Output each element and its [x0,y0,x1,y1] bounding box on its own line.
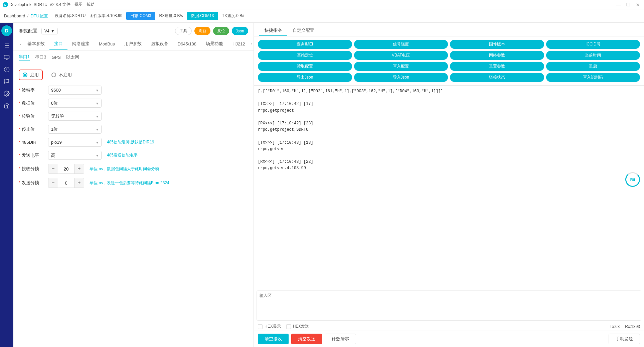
dir485-hint: 485使能引脚,默认是DIR19 [107,139,154,145]
stopbits-select[interactable]: 1位 2位 [48,125,102,134]
send-split-plus[interactable]: + [74,178,84,188]
dir485-select-wrapper[interactable]: pio19 ▼ [48,138,102,147]
cmd-network[interactable]: 网络参数 [450,51,544,60]
subtab-gps[interactable]: GPS [51,54,60,61]
parity-label: * 校验位 [19,113,45,119]
cmd-time[interactable]: 当前时间 [546,51,640,60]
databits-select-wrapper[interactable]: 8位 7位 ▼ [48,99,102,108]
nav-prev-arrow[interactable]: ‹ [19,42,23,46]
cmd-read-config[interactable]: 读取配置 [258,62,352,71]
recv-split-minus[interactable]: − [48,164,58,174]
breadcrumb-current[interactable]: DTU配置 [30,13,48,19]
cmd-vbat[interactable]: VBAT电压 [354,51,448,60]
tab-basic[interactable]: 基本参数 [23,38,49,50]
databits-select[interactable]: 8位 7位 [48,99,102,108]
cmd-import-json[interactable]: 导入Json [354,73,448,82]
sidebar-monitor-icon[interactable] [1,52,12,63]
sidebar-gear-icon[interactable] [1,88,12,99]
send-split-input[interactable] [58,178,74,188]
data-btn[interactable]: 数据:COM13 [187,12,218,20]
breadcrumb-root[interactable]: Dashboard [4,13,25,18]
recv-split-unit: 单位ms，数据包间隔大于此时间会分帧 [90,166,159,172]
maximize-btn[interactable]: ❐ [625,2,632,7]
cmd-link-status[interactable]: 链接状态 [450,73,544,82]
tab-interface[interactable]: 接口 [49,38,67,50]
enable-option-disabled[interactable]: 不启用 [48,70,75,80]
baudrate-select-wrapper[interactable]: 9600 115200 4800 ▼ [48,86,102,95]
tab-modbus[interactable]: ModBus [94,39,120,50]
cmd-firmware[interactable]: 固件版本 [450,40,544,49]
subtab-ethernet[interactable]: 以太网 [66,53,79,61]
nav-next-arrow[interactable]: › [250,42,254,46]
tab-d645[interactable]: D645/188 [173,39,201,50]
send-split-minus[interactable]: − [48,178,58,188]
sidebar-info-icon[interactable] [1,64,12,75]
hex-send-checkbox[interactable] [286,324,291,329]
parity-select[interactable]: 无校验 奇校验 偶校验 [48,112,102,121]
menu-view[interactable]: 视图 [74,2,83,7]
send-split-stepper[interactable]: − + [48,178,84,188]
parity-select-wrapper[interactable]: 无校验 奇校验 偶校验 ▼ [48,112,102,121]
input-area[interactable] [257,291,641,321]
cmd-export-json[interactable]: 导出Json [258,73,352,82]
enable-option-enabled[interactable]: 启用 [19,70,43,80]
recv-split-input[interactable] [58,164,74,174]
radio-enabled[interactable] [23,73,27,77]
cmd-iccid[interactable]: ICCID号 [546,40,640,49]
dir485-row: * 485DIR pio19 ▼ 485使能引脚,默认是DIR19 [19,138,248,147]
tab-custom[interactable]: 自定义配置 [287,25,320,36]
sidebar-menu-icon[interactable]: ☰ [1,40,12,51]
recv-split-stepper[interactable]: − + [48,164,84,174]
cmd-query-imei[interactable]: 查询IMEI [258,40,352,49]
sidebar-home-icon[interactable] [1,100,12,111]
reset-btn[interactable]: 复位 [213,27,229,35]
tab-user[interactable]: 用户参数 [120,38,146,50]
tx-stat: TX速度:0 B/s [222,13,246,19]
json-btn[interactable]: Json [232,27,248,35]
tab-quick[interactable]: 快捷指令 [259,25,287,36]
subtab-serial1[interactable]: 串口1 [19,53,30,61]
send-level-select[interactable]: 高 低 [48,151,102,160]
hex-display-check[interactable]: HEX显示 [258,324,281,329]
recv-split-label: * 接收分帧 [19,166,45,172]
tab-scene[interactable]: 场景功能 [201,38,228,50]
cmd-write-id[interactable]: 写入识别码 [546,73,640,82]
radio-disabled[interactable] [51,73,56,77]
close-btn[interactable]: ✕ [635,2,641,7]
baudrate-select[interactable]: 9600 115200 4800 [48,86,102,95]
cmd-reset-params[interactable]: 重置参数 [450,62,544,71]
cmd-cell-loc[interactable]: 基站定位 [258,51,352,60]
tab-hj212[interactable]: HJ212 [228,39,250,50]
refresh-btn[interactable]: 刷新 [194,27,210,35]
cmd-reboot[interactable]: 重启 [546,62,640,71]
tab-virtual[interactable]: 虚拟设备 [146,38,173,50]
menu-file[interactable]: 文件 [62,2,70,7]
tool-btn[interactable]: 工具 [175,27,192,35]
cmd-write-config[interactable]: 写入配置 [354,62,448,71]
sidebar: D ☰ [0,23,13,347]
hex-send-check[interactable]: HEX发送 [286,324,309,329]
clear-recv-btn[interactable]: 清空接收 [258,334,289,344]
sidebar-logo: D [1,25,12,36]
clear-send-btn[interactable]: 清空发送 [291,334,322,344]
rit-icon[interactable]: Rit [625,172,640,187]
terminal[interactable]: [,[["D01",160,"H",1],["D02",161,"H",1],[… [254,86,644,289]
dir485-select[interactable]: pio19 [48,138,102,147]
form-content: 启用 不启用 * 波特率 9600 115200 [13,64,254,347]
sidebar-flag-icon[interactable] [1,76,12,87]
menu-help[interactable]: 帮助 [87,2,95,7]
manual-send-btn[interactable]: 手动发送 [609,334,640,344]
terminal-content: [,[["D01",160,"H",1],["D02",161,"H",1],[… [258,88,640,171]
tab-network[interactable]: 网络连接 [67,38,94,50]
subtab-serial3[interactable]: 串口3 [35,53,46,61]
recv-split-plus[interactable]: + [74,164,84,174]
log-btn[interactable]: 日志:COM3 [126,12,155,20]
version-select[interactable]: V4 ▼ [41,28,58,34]
cmd-signal[interactable]: 信号强度 [354,40,448,49]
hex-display-checkbox[interactable] [258,324,263,329]
reset-count-btn[interactable]: 计数清零 [325,334,356,344]
stopbits-select-wrapper[interactable]: 1位 2位 ▼ [48,125,102,134]
firmware-label: 固件版本:4.108.99 [90,13,122,19]
send-level-select-wrapper[interactable]: 高 低 ▼ [48,151,102,160]
minimize-btn[interactable]: — [615,2,622,7]
